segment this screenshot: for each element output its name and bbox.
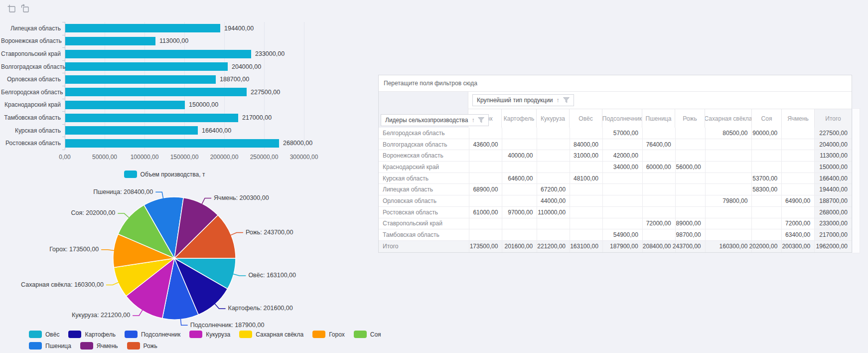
column-field-button[interactable]: Крупнейший тип продукции ↑ (472, 94, 574, 106)
pivot-cell[interactable] (469, 218, 502, 229)
pivot-cell[interactable] (751, 229, 781, 240)
pivot-cell[interactable] (602, 184, 642, 195)
pivot-column-header[interactable]: Пшеница (642, 109, 675, 128)
bar[interactable] (65, 37, 155, 45)
pivot-cell[interactable] (469, 162, 502, 173)
bar[interactable] (65, 50, 251, 58)
pivot-cell[interactable]: 53700,00 (751, 173, 781, 184)
pivot-cell[interactable] (469, 173, 502, 184)
pivot-row-header[interactable]: Итого (379, 241, 469, 252)
pivot-cell[interactable]: 268000,00 (814, 207, 852, 218)
pivot-cell[interactable] (642, 195, 675, 206)
pivot-column-header[interactable]: Ячмень (781, 109, 814, 128)
pivot-cell[interactable]: 173500,00 (469, 241, 502, 252)
pivot-cell[interactable] (469, 128, 502, 139)
pivot-cell[interactable] (781, 162, 814, 173)
pivot-cell[interactable] (705, 139, 752, 150)
pivot-row-header[interactable]: Волгоградская область (379, 139, 469, 150)
pivot-cell[interactable] (570, 128, 602, 139)
pivot-cell[interactable]: 56000,00 (675, 162, 705, 173)
pivot-cell[interactable] (781, 184, 814, 195)
pivot-cell[interactable]: 34000,00 (602, 162, 642, 173)
pivot-cell[interactable]: 233000,00 (814, 218, 852, 229)
pivot-cell[interactable] (537, 229, 570, 240)
pivot-cell[interactable] (705, 229, 752, 240)
pivot-cell[interactable] (642, 229, 675, 240)
pivot-cell[interactable]: 31000,00 (570, 150, 602, 161)
pivot-cell[interactable]: 68900,00 (469, 184, 502, 195)
pivot-cell[interactable]: 72000,00 (781, 218, 814, 229)
bar[interactable] (65, 24, 220, 32)
pivot-cell[interactable]: 1962000,00 (814, 241, 852, 252)
pivot-cell[interactable]: 80500,00 (705, 128, 752, 139)
pivot-cell[interactable] (502, 195, 537, 206)
bar[interactable] (65, 88, 247, 96)
pivot-cell[interactable]: 97000,00 (502, 207, 537, 218)
pivot-cell[interactable] (537, 139, 570, 150)
pivot-row-header[interactable]: Тамбовская область (379, 229, 469, 240)
pivot-cell[interactable]: 89000,00 (675, 218, 705, 229)
pivot-cell[interactable] (751, 207, 781, 218)
pivot-cell[interactable] (642, 207, 675, 218)
pivot-cell[interactable] (705, 207, 752, 218)
pivot-cell[interactable] (781, 128, 814, 139)
pivot-cell[interactable] (602, 218, 642, 229)
pivot-cell[interactable] (570, 184, 602, 195)
pivot-cell[interactable] (781, 139, 814, 150)
pivot-cell[interactable] (675, 150, 705, 161)
pivot-cell[interactable] (705, 173, 752, 184)
pivot-cell[interactable]: 76400,00 (642, 139, 675, 150)
pivot-cell[interactable]: 160300,00 (705, 241, 752, 252)
bar[interactable] (65, 75, 216, 84)
pivot-cell[interactable] (570, 229, 602, 240)
pivot-row-header[interactable]: Курская область (379, 173, 469, 184)
pivot-cell[interactable]: 243700,00 (675, 241, 705, 252)
pivot-cell[interactable]: 54900,00 (602, 229, 642, 240)
pivot-cell[interactable]: 40000,00 (502, 150, 537, 161)
pivot-row-header[interactable]: Воронежская область (379, 150, 469, 161)
pivot-cell[interactable] (675, 207, 705, 218)
pivot-row-header[interactable]: Белгородская область (379, 128, 469, 139)
pivot-cell[interactable] (642, 184, 675, 195)
pivot-cell[interactable]: 79800,00 (705, 195, 752, 206)
bar[interactable] (65, 114, 238, 122)
pivot-cell[interactable] (502, 184, 537, 195)
pivot-row-header[interactable]: Ставропольский край (379, 218, 469, 229)
pivot-row-header[interactable]: Ростовская область (379, 207, 469, 218)
pivot-cell[interactable]: 200300,00 (781, 241, 814, 252)
pivot-cell[interactable] (570, 162, 602, 173)
pivot-cell[interactable] (570, 195, 602, 206)
pivot-row-header[interactable]: Липецкая область (379, 184, 469, 195)
pivot-cell[interactable] (751, 218, 781, 229)
filter-drop-area[interactable]: Перетащите поля фильтров сюда (379, 75, 852, 92)
pivot-cell[interactable]: 166400,00 (814, 173, 852, 184)
pivot-cell[interactable] (537, 128, 570, 139)
pivot-row-header[interactable]: Орловская область (379, 195, 469, 206)
pivot-cell[interactable] (537, 173, 570, 184)
pivot-cell[interactable] (469, 229, 502, 240)
pivot-cell[interactable]: 204000,00 (814, 139, 852, 150)
pivot-cell[interactable] (781, 173, 814, 184)
pivot-cell[interactable] (642, 128, 675, 139)
row-field-button[interactable]: Лидеры сельхозпроизводства ↑ (381, 114, 489, 126)
pivot-cell[interactable] (537, 162, 570, 173)
pivot-column-header[interactable]: Соя (751, 109, 781, 128)
pivot-cell[interactable] (675, 184, 705, 195)
pivot-scrollbar[interactable] (853, 108, 860, 253)
pivot-cell[interactable] (751, 195, 781, 206)
pivot-cell[interactable] (502, 128, 537, 139)
pivot-cell[interactable]: 187900,00 (602, 241, 642, 252)
pivot-cell[interactable]: 194400,00 (814, 184, 852, 195)
filter-icon[interactable] (563, 97, 570, 103)
pivot-cell[interactable] (642, 150, 675, 161)
pivot-cell[interactable] (602, 173, 642, 184)
pivot-cell[interactable] (469, 150, 502, 161)
pivot-column-header[interactable]: Овёс (569, 109, 602, 128)
pivot-cell[interactable]: 110000,00 (537, 207, 570, 218)
pivot-cell[interactable]: 63400,00 (781, 229, 814, 240)
pivot-cell[interactable] (705, 150, 752, 161)
pivot-cell[interactable] (502, 229, 537, 240)
pivot-cell[interactable] (675, 173, 705, 184)
pivot-cell[interactable] (602, 195, 642, 206)
pivot-cell[interactable] (502, 139, 537, 150)
